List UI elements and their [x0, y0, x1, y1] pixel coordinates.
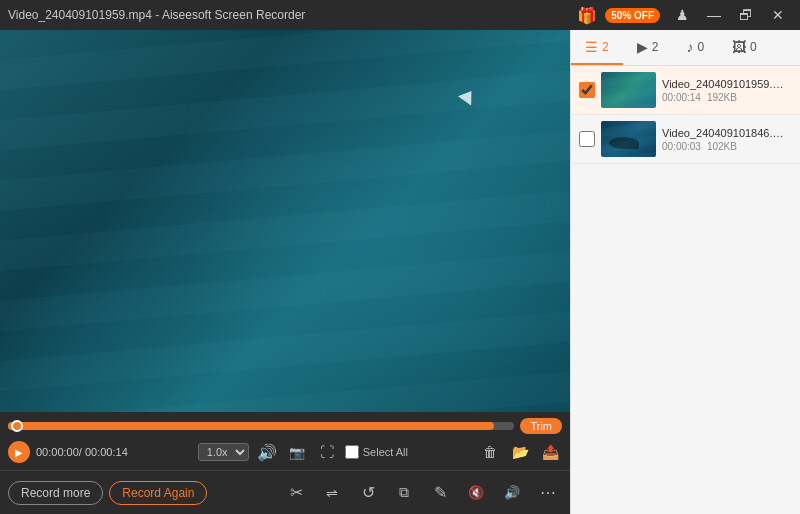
- cut-icon[interactable]: ✂: [282, 479, 310, 507]
- file-info-2: Video_240409101846.mp4 00:00:03 102KB: [662, 127, 792, 152]
- list-item[interactable]: Video_240409101959.mp4 00:00:14 192KB: [571, 66, 800, 115]
- action-left: Record more Record Again: [8, 481, 207, 505]
- select-all-label[interactable]: Select All: [363, 446, 408, 458]
- swimmer-silhouette: [609, 137, 639, 149]
- video-area: [0, 30, 570, 412]
- file-checkbox-1[interactable]: [579, 82, 595, 98]
- user-icon[interactable]: ♟: [668, 5, 696, 25]
- file-size-1: 192KB: [707, 92, 737, 103]
- cursor-indicator: [458, 86, 478, 105]
- tab-bar: ☰ 2 ▶ 2 ♪ 0 🖼 0: [571, 30, 800, 66]
- timeline-area: Trim ▶ 00:00:00/ 00:00:14 0.5x 1.0x 1.5x…: [0, 412, 570, 470]
- music-icon: ♪: [686, 39, 693, 55]
- action-right: ✂ ⇌ ↺ ⧉ ✎ 🔇 🔊 ⋯: [282, 479, 562, 507]
- minimize-btn[interactable]: —: [700, 5, 728, 25]
- select-all-checkbox[interactable]: [345, 445, 359, 459]
- equalizer-icon[interactable]: ⇌: [318, 479, 346, 507]
- select-all-row: Select All: [345, 445, 408, 459]
- camera-icon[interactable]: 📷: [285, 440, 309, 464]
- mute-icon[interactable]: 🔇: [462, 479, 490, 507]
- file-duration-1: 00:00:14: [662, 92, 701, 103]
- delete-icon[interactable]: 🗑: [478, 440, 502, 464]
- image-icon: 🖼: [732, 39, 746, 55]
- list-icon: ☰: [585, 39, 598, 55]
- controls-row: ▶ 00:00:00/ 00:00:14 0.5x 1.0x 1.5x 2.0x…: [8, 438, 562, 466]
- edit-icon[interactable]: ✎: [426, 479, 454, 507]
- file-duration-2: 00:00:03: [662, 141, 701, 152]
- play-icon: ▶: [637, 39, 648, 55]
- folder-icon[interactable]: 📂: [508, 440, 532, 464]
- close-btn[interactable]: ✕: [764, 5, 792, 25]
- file-list: Video_240409101959.mp4 00:00:14 192KB Vi…: [571, 66, 800, 514]
- time-display: 00:00:00/ 00:00:14: [36, 446, 128, 458]
- record-again-button[interactable]: Record Again: [109, 481, 207, 505]
- list-item[interactable]: Video_240409101846.mp4 00:00:03 102KB: [571, 115, 800, 164]
- progress-track[interactable]: [8, 422, 514, 430]
- tab-image[interactable]: 🖼 0: [718, 30, 771, 65]
- progress-thumb: [11, 420, 23, 432]
- file-size-2: 102KB: [707, 141, 737, 152]
- play-button[interactable]: ▶: [8, 441, 30, 463]
- file-thumbnail-2: [601, 121, 656, 157]
- gift-icon[interactable]: 🎁: [577, 6, 597, 25]
- fullscreen-icon[interactable]: ⛶: [315, 440, 339, 464]
- file-info-1: Video_240409101959.mp4 00:00:14 192KB: [662, 78, 792, 103]
- tab-play[interactable]: ▶ 2: [623, 30, 673, 65]
- title-bar: Video_240409101959.mp4 - Aiseesoft Scree…: [0, 0, 800, 30]
- title-bar-right: 🎁 50% OFF ♟ — 🗗 ✕: [577, 5, 792, 25]
- file-name-1: Video_240409101959.mp4: [662, 78, 792, 90]
- file-meta-2: 00:00:03 102KB: [662, 141, 792, 152]
- file-checkbox-2[interactable]: [579, 131, 595, 147]
- progress-bar-container: Trim: [8, 418, 562, 434]
- action-bar: Record more Record Again ✂ ⇌ ↺ ⧉ ✎ 🔇 🔊 ⋯: [0, 470, 570, 514]
- file-thumbnail-1: [601, 72, 656, 108]
- speed-select[interactable]: 0.5x 1.0x 1.5x 2.0x: [198, 443, 249, 461]
- volume-icon[interactable]: 🔊: [255, 440, 279, 464]
- copy-icon[interactable]: ⧉: [390, 479, 418, 507]
- more-icon[interactable]: ⋯: [534, 479, 562, 507]
- restore-btn[interactable]: 🗗: [732, 5, 760, 25]
- promo-badge[interactable]: 50% OFF: [605, 8, 660, 23]
- tab-audio[interactable]: ♪ 0: [672, 30, 718, 65]
- left-panel: Trim ▶ 00:00:00/ 00:00:14 0.5x 1.0x 1.5x…: [0, 30, 570, 514]
- main-layout: Trim ▶ 00:00:00/ 00:00:14 0.5x 1.0x 1.5x…: [0, 30, 800, 514]
- rotate-icon[interactable]: ↺: [354, 479, 382, 507]
- volume-up-icon[interactable]: 🔊: [498, 479, 526, 507]
- record-more-button[interactable]: Record more: [8, 481, 103, 505]
- file-meta-1: 00:00:14 192KB: [662, 92, 792, 103]
- right-panel: ☰ 2 ▶ 2 ♪ 0 🖼 0: [570, 30, 800, 514]
- tab-video[interactable]: ☰ 2: [571, 30, 623, 65]
- title-bar-left: Video_240409101959.mp4 - Aiseesoft Scree…: [8, 8, 305, 22]
- progress-fill: [8, 422, 494, 430]
- file-name-2: Video_240409101846.mp4: [662, 127, 792, 139]
- app-title: Video_240409101959.mp4 - Aiseesoft Scree…: [8, 8, 305, 22]
- share-icon[interactable]: 📤: [538, 440, 562, 464]
- trim-button[interactable]: Trim: [520, 418, 562, 434]
